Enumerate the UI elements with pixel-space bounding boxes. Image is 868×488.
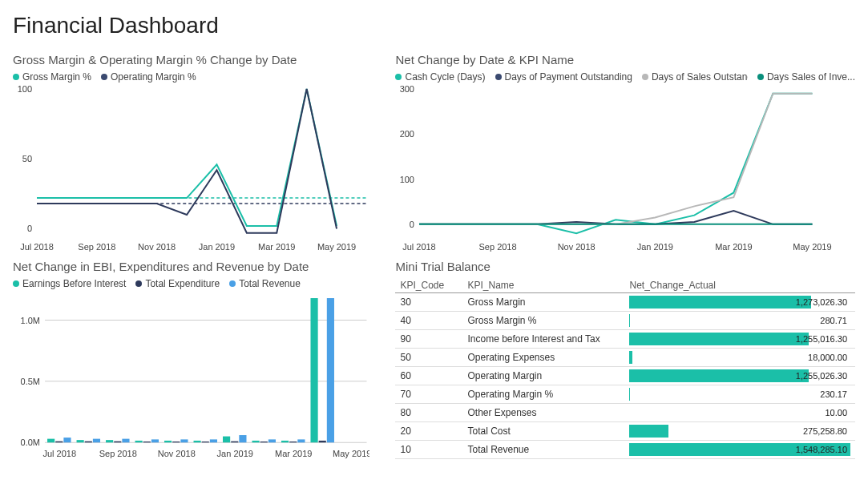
cell-net: 280.71 (624, 312, 855, 330)
cell-net: 230.17 (624, 385, 855, 404)
table-row[interactable]: 80Other Expenses10.00 (395, 404, 855, 422)
svg-rect-52 (289, 442, 297, 442)
svg-rect-50 (268, 439, 276, 442)
svg-text:Mar 2019: Mar 2019 (716, 242, 753, 252)
svg-text:Sep 2018: Sep 2018 (78, 242, 115, 252)
panel-netkpi: Net Change by Date & KPI Name Cash Cycle… (395, 53, 855, 253)
dot-icon (395, 74, 402, 80)
legend-ebi: Earnings Before Interest Total Expenditu… (13, 278, 369, 289)
legend-item[interactable]: Earnings Before Interest (13, 278, 126, 289)
cell-name: Total Revenue (462, 441, 624, 459)
svg-rect-39 (164, 441, 172, 442)
cell-name: Gross Margin % (462, 312, 624, 330)
svg-rect-43 (202, 442, 209, 442)
svg-text:Mar 2019: Mar 2019 (275, 449, 312, 458)
svg-rect-48 (252, 441, 260, 442)
svg-rect-41 (180, 439, 188, 442)
svg-rect-33 (106, 440, 113, 442)
table-row[interactable]: 60Operating Margin1,255,026.30 (395, 367, 855, 385)
chart-title-trial: Mini Trial Balance (395, 260, 855, 273)
table-row[interactable]: 90Income before Interest and Tax1,255,01… (395, 330, 855, 349)
cell-name: Income before Interest and Tax (462, 330, 624, 349)
table-row[interactable]: 70Operating Margin %230.17 (395, 385, 855, 404)
chart-area-netkpi[interactable]: 0100200300Jul 2018Sep 2018Nov 2018Jan 20… (395, 86, 855, 253)
legend-item[interactable]: Cash Cycle (Days) (395, 71, 485, 83)
cell-code: 40 (395, 312, 462, 330)
cell-code: 10 (395, 441, 462, 459)
svg-text:Jan 2019: Jan 2019 (637, 242, 673, 252)
cell-net: 10.00 (624, 404, 855, 422)
svg-rect-36 (135, 441, 143, 442)
cell-name: Operating Expenses (462, 349, 624, 367)
svg-rect-30 (77, 440, 84, 442)
svg-rect-37 (143, 442, 151, 442)
cell-net: 275,258.80 (624, 422, 855, 441)
table-row[interactable]: 50Operating Expenses18,000.00 (395, 349, 855, 367)
legend-item[interactable]: Days Sales of Inve... (757, 71, 855, 83)
svg-rect-49 (260, 442, 268, 442)
panel-ebi: Net Change in EBI, Expenditures and Reve… (13, 260, 369, 460)
th-name[interactable]: KPI_Name (462, 278, 624, 293)
svg-text:Jul 2018: Jul 2018 (20, 242, 54, 252)
dot-icon (101, 74, 107, 80)
svg-rect-35 (122, 438, 129, 442)
legend-item[interactable]: Gross Margin % (13, 71, 91, 83)
trial-table[interactable]: KPI_Code KPI_Name Net_Change_Actual 30Gr… (395, 278, 855, 459)
table-row[interactable]: 40Gross Margin %280.71 (395, 312, 855, 330)
svg-rect-44 (210, 439, 217, 442)
dot-icon (495, 74, 502, 80)
legend-item[interactable]: Operating Margin % (101, 71, 196, 83)
svg-text:Jul 2018: Jul 2018 (403, 242, 437, 252)
svg-text:Sep 2018: Sep 2018 (99, 449, 137, 458)
dot-icon (13, 74, 19, 80)
dot-icon (642, 74, 648, 80)
th-net[interactable]: Net_Change_Actual (624, 278, 855, 293)
dot-icon (757, 74, 764, 80)
chart-area-margin[interactable]: 050100Jul 2018Sep 2018Nov 2018Jan 2019Ma… (13, 86, 369, 253)
chart-title-ebi: Net Change in EBI, Expenditures and Reve… (13, 260, 369, 273)
dot-icon (135, 280, 142, 287)
cell-name: Operating Margin % (462, 385, 624, 404)
svg-text:Nov 2018: Nov 2018 (138, 242, 176, 252)
svg-rect-56 (327, 298, 334, 442)
th-code[interactable]: KPI_Code (395, 278, 462, 293)
svg-text:300: 300 (400, 86, 414, 94)
cell-code: 90 (395, 330, 462, 349)
svg-text:0: 0 (27, 224, 32, 233)
svg-rect-46 (231, 441, 238, 442)
svg-rect-32 (93, 438, 100, 442)
svg-rect-42 (194, 441, 201, 442)
cell-code: 80 (395, 404, 462, 422)
cell-code: 60 (395, 367, 462, 385)
table-row[interactable]: 30Gross Margin1,273,026.30 (395, 293, 855, 312)
svg-text:May 2019: May 2019 (317, 242, 356, 252)
svg-text:200: 200 (400, 129, 414, 139)
cell-name: Gross Margin (462, 293, 624, 312)
cell-name: Other Expenses (462, 404, 624, 422)
legend-item[interactable]: Days of Payment Outstanding (495, 71, 632, 83)
svg-text:100: 100 (400, 175, 414, 184)
svg-text:0.0M: 0.0M (21, 438, 40, 447)
table-row[interactable]: 10Total Revenue1,548,285.10 (395, 441, 855, 459)
legend-item[interactable]: Total Revenue (229, 278, 301, 289)
svg-rect-38 (151, 439, 159, 442)
cell-name: Total Cost (462, 422, 624, 441)
table-row[interactable]: 20Total Cost275,258.80 (395, 422, 855, 441)
svg-rect-31 (85, 441, 92, 442)
legend-netkpi: Cash Cycle (Days) Days of Payment Outsta… (395, 71, 855, 83)
svg-rect-53 (297, 439, 305, 442)
legend-item[interactable]: Total Expenditure (135, 278, 220, 289)
cell-code: 30 (395, 293, 462, 312)
cell-net: 1,255,016.30 (624, 330, 855, 349)
chart-area-ebi[interactable]: 0.0M0.5M1.0MJul 2018Sep 2018Nov 2018Jan … (13, 292, 369, 460)
svg-text:Nov 2018: Nov 2018 (558, 242, 595, 252)
page-title: Financial Dashboard (13, 13, 855, 38)
svg-text:Jan 2019: Jan 2019 (217, 449, 253, 458)
svg-text:0: 0 (410, 220, 414, 229)
svg-text:50: 50 (22, 154, 32, 163)
svg-text:1.0M: 1.0M (21, 315, 40, 325)
chart-title-margin: Gross Margin & Operating Margin % Change… (13, 53, 369, 67)
legend-item[interactable]: Days of Sales Outstandi... (642, 71, 748, 83)
svg-text:Mar 2019: Mar 2019 (258, 242, 295, 252)
svg-text:May 2019: May 2019 (793, 242, 832, 252)
